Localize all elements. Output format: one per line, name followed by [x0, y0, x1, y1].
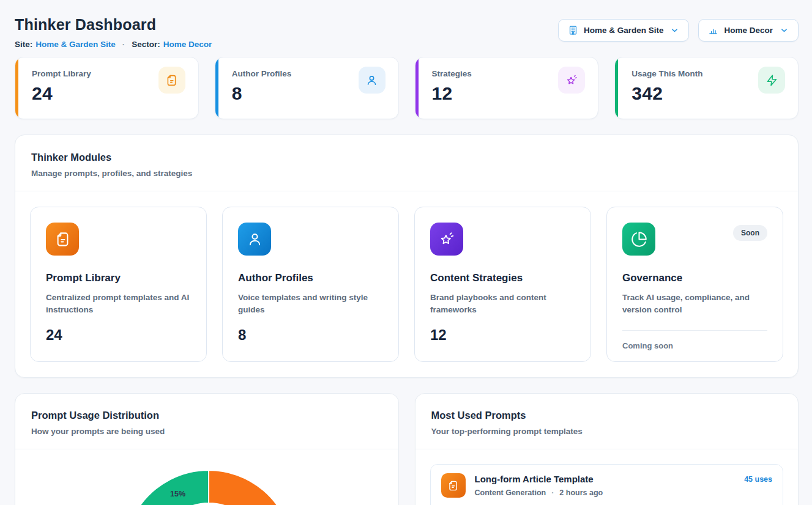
chevron-down-icon	[670, 26, 679, 35]
orange-segment	[209, 470, 293, 505]
prompt-list-item[interactable]: Long-form Article Template Content Gener…	[430, 464, 784, 505]
module-card-governance[interactable]: Soon Governance Track AI usage, complian…	[606, 207, 783, 362]
accent-bar	[415, 57, 419, 119]
breadcrumb-separator: ·	[122, 40, 125, 49]
document-icon	[158, 67, 185, 94]
prompt-usage-card: Prompt Usage Distribution How your promp…	[15, 393, 399, 505]
sector-label: Sector:	[132, 40, 160, 49]
sector-link[interactable]: Home Decor	[163, 40, 212, 49]
most-used-prompts-card: Most Used Prompts Your top-performing pr…	[415, 393, 799, 505]
zap-icon	[758, 67, 785, 94]
module-title: Author Profiles	[238, 272, 383, 284]
card-title: Prompt Usage Distribution	[31, 410, 382, 421]
top-bar: Thinker Dashboard Site: Home & Garden Si…	[0, 0, 812, 49]
module-count: 24	[46, 326, 191, 344]
header-dropdowns: Home & Garden Site Home Decor	[558, 19, 799, 42]
building-icon	[568, 25, 578, 35]
document-icon	[46, 223, 79, 256]
module-title: Content Strategies	[430, 272, 575, 284]
accent-bar	[15, 57, 18, 119]
module-card-author-profiles[interactable]: Author Profiles Voice templates and writ…	[222, 207, 399, 362]
stats-row: Prompt Library 24 Author Profiles 8 Stra…	[0, 57, 812, 119]
green-segment	[140, 470, 209, 505]
module-title: Governance	[622, 272, 767, 284]
module-description: Voice templates and writing style guides	[238, 292, 383, 316]
chevron-down-icon	[780, 26, 789, 35]
meta-separator: ·	[551, 488, 554, 497]
sector-selector-dropdown[interactable]: Home Decor	[698, 19, 799, 42]
soon-badge: Soon	[733, 225, 767, 241]
divider	[622, 330, 767, 331]
module-description: Track AI usage, compliance, and version …	[622, 292, 767, 316]
pie-chart-icon	[622, 223, 655, 256]
module-description: Centralized prompt templates and AI inst…	[46, 292, 191, 316]
usage-donut-chart: 15%	[15, 449, 399, 505]
donut-segment-label: 15%	[170, 490, 185, 498]
site-label: Site:	[15, 40, 32, 49]
user-icon	[238, 223, 271, 256]
user-icon	[359, 67, 386, 94]
document-icon	[441, 473, 466, 498]
thinker-modules-panel: Thinker Modules Manage prompts, profiles…	[15, 135, 799, 378]
sparkle-star-icon	[430, 223, 463, 256]
uses-count: 45 uses	[744, 475, 772, 504]
panel-header: Thinker Modules Manage prompts, profiles…	[15, 135, 798, 191]
bar-chart-icon	[708, 25, 718, 35]
panel-subtitle: Manage prompts, profiles, and strategies	[31, 169, 782, 178]
prompt-title: Long-form Article Template	[475, 474, 736, 484]
module-card-prompt-library[interactable]: Prompt Library Centralized prompt templa…	[30, 207, 207, 362]
accent-bar	[615, 57, 618, 119]
divider	[415, 449, 799, 449]
dashboard-page: Thinker Dashboard Site: Home & Garden Si…	[0, 0, 812, 505]
site-link[interactable]: Home & Garden Site	[35, 40, 116, 49]
stat-card-author-profiles: Author Profiles 8	[215, 57, 399, 119]
prompt-time: 2 hours ago	[559, 488, 603, 497]
header-left: Thinker Dashboard Site: Home & Garden Si…	[15, 16, 212, 49]
prompt-item-body: Long-form Article Template Content Gener…	[475, 473, 736, 504]
module-count: 8	[238, 326, 383, 344]
prompt-meta: Content Generation · 2 hours ago	[475, 488, 736, 497]
module-count: 12	[430, 326, 575, 344]
card-header: Prompt Usage Distribution How your promp…	[15, 394, 398, 449]
sparkle-star-icon	[558, 67, 585, 94]
card-subtitle: Your top-performing prompt templates	[431, 427, 783, 436]
accent-bar	[215, 57, 218, 119]
panel-title: Thinker Modules	[31, 152, 782, 163]
breadcrumb: Site: Home & Garden Site · Sector: Home …	[15, 40, 212, 49]
module-description: Brand playbooks and content frameworks	[430, 292, 575, 316]
stat-card-prompt-library: Prompt Library 24	[15, 57, 199, 119]
stat-card-usage: Usage This Month 342	[614, 57, 799, 119]
sector-selector-label: Home Decor	[724, 26, 773, 35]
prompt-category: Content Generation	[475, 488, 546, 497]
card-title: Most Used Prompts	[431, 410, 783, 421]
module-title: Prompt Library	[46, 272, 191, 284]
module-card-content-strategies[interactable]: Content Strategies Brand playbooks and c…	[414, 207, 591, 362]
site-selector-label: Home & Garden Site	[584, 26, 664, 35]
coming-soon-text: Coming soon	[622, 341, 767, 350]
modules-grid: Prompt Library Centralized prompt templa…	[15, 191, 798, 377]
bottom-row: Prompt Usage Distribution How your promp…	[0, 378, 812, 505]
site-selector-dropdown[interactable]: Home & Garden Site	[558, 19, 690, 42]
stat-card-strategies: Strategies 12	[415, 57, 599, 119]
card-subtitle: How your prompts are being used	[31, 427, 382, 436]
card-header: Most Used Prompts Your top-performing pr…	[415, 394, 799, 449]
page-title: Thinker Dashboard	[15, 16, 212, 34]
